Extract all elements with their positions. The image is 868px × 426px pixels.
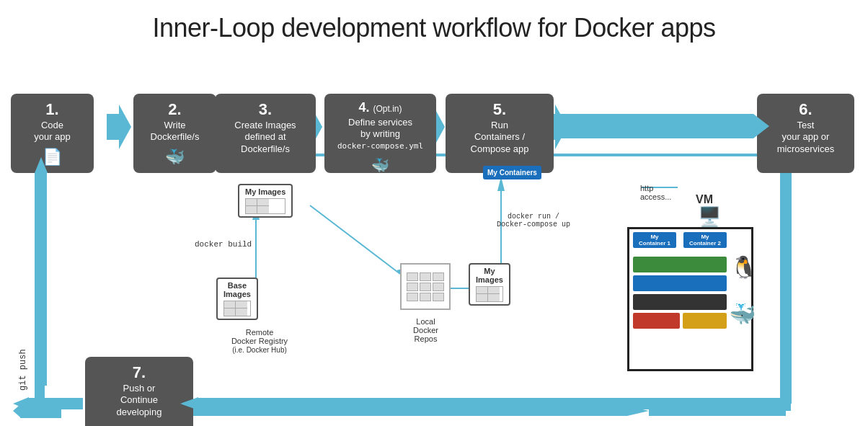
svg-marker-11	[13, 400, 25, 418]
vm-label: VM	[696, 193, 713, 206]
step5-box: 5. RunContainers /Compose app	[446, 94, 554, 173]
step1-icon: 📄	[43, 148, 62, 167]
step6-number: 6.	[799, 101, 812, 118]
linux-penguin-icon: 🐧	[730, 254, 757, 280]
container2-label: MyContainer 2	[683, 232, 727, 248]
remote-registry-label: RemoteDocker Registry(i.e. Docker Hub)	[213, 328, 306, 354]
step1-label: Codeyour app	[34, 120, 71, 143]
step5-label: RunContainers /Compose app	[471, 120, 529, 155]
step2-number: 2.	[168, 101, 181, 118]
main-diagram: 1. Codeyour app 📄 2. WriteDockerfile/s 🐳…	[0, 50, 868, 418]
step7-box: 7. Push orContinuedeveloping	[85, 357, 193, 426]
step6-box: 6. Testyour app ormicroservices	[757, 94, 854, 173]
step2-label: WriteDockerfile/s	[151, 120, 200, 143]
container1-label: MyContainer 1	[633, 232, 676, 248]
docker-whale-icon: 🐳	[729, 301, 756, 327]
svg-marker-13	[627, 406, 649, 416]
my-images-label: My Images	[245, 187, 285, 196]
step4-icon: 🐳	[371, 156, 389, 174]
docker-run-label: docker run /Docker-compose up	[490, 213, 577, 228]
page-title: Inner-Loop development workflow for Dock…	[0, 0, 868, 50]
step4-box: 4. (Opt.in) Define servicesby writingdoc…	[324, 94, 436, 173]
step4-label: Define servicesby writingdocker-compose.…	[337, 117, 423, 152]
arrow-5-6	[555, 114, 769, 138]
vm-box: MyContainer 1 MyContainer 2 🐧 🐳	[627, 227, 753, 371]
my-images2-box: MyImages	[469, 263, 510, 306]
svg-marker-0	[107, 114, 119, 140]
my-images-box: My Images	[238, 184, 293, 218]
local-repos-label: LocalDockerRepos	[395, 317, 456, 343]
http-access-label: httpaccess...	[640, 184, 671, 201]
step2-box: 2. WriteDockerfile/s 🐳	[133, 94, 216, 173]
step7-label: Push orContinuedeveloping	[117, 383, 162, 418]
svg-marker-10	[20, 404, 61, 418]
my-containers-box: My Containers	[483, 166, 541, 179]
base-images-label: BaseImages	[223, 281, 251, 298]
step1-number: 1.	[45, 101, 58, 118]
step3-number: 3.	[259, 101, 272, 118]
my-images2-label: MyImages	[476, 267, 503, 284]
docker-build-label: docker build	[195, 236, 252, 249]
step4-number: 4. (Opt.in)	[358, 101, 402, 115]
svg-marker-32	[13, 397, 29, 410]
step5-number: 5.	[493, 101, 506, 118]
step3-label: Create Imagesdefined atDockerfile/s	[234, 120, 296, 155]
base-images-box: BaseImages	[216, 278, 258, 320]
step6-label: Testyour app ormicroservices	[777, 120, 834, 155]
svg-marker-1	[119, 105, 131, 149]
git-push-label: git push	[18, 349, 28, 391]
local-repos-box	[400, 263, 451, 310]
svg-line-19	[310, 205, 400, 274]
step2-icon: 🐳	[165, 148, 185, 167]
step1-box: 1. Codeyour app 📄	[11, 94, 94, 173]
step3-box: 3. Create Imagesdefined atDockerfile/s	[215, 94, 316, 173]
page-wrapper: Inner-Loop development workflow for Dock…	[0, 0, 868, 418]
vm-monitor-icon: 🖥️	[698, 205, 721, 228]
step7-number: 7.	[133, 364, 146, 381]
